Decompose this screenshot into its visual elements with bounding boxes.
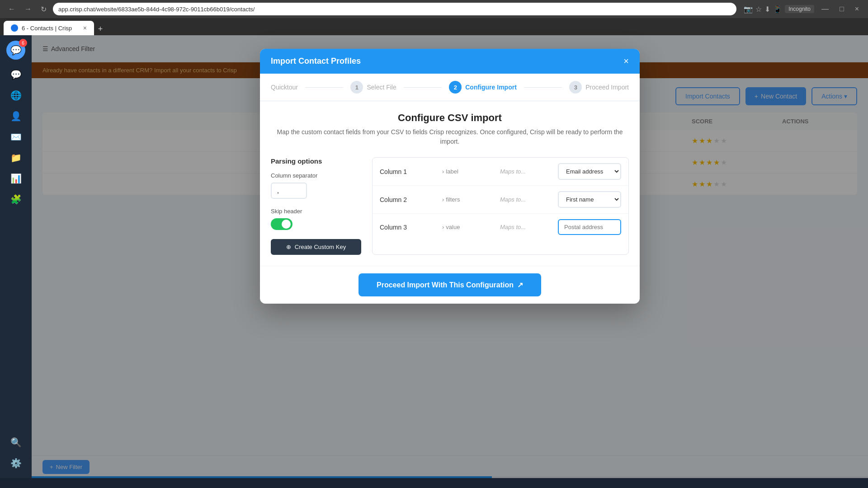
tab-close-icon[interactable]: × — [83, 24, 87, 32]
modal-stepper: Quicktour 1 Select File 2 Configure Impo… — [260, 74, 640, 101]
skip-header-label: Skip header — [271, 208, 361, 215]
parsing-options: Parsing options Column separator Skip he… — [271, 157, 361, 255]
column-1-name: Column 1 — [380, 168, 439, 175]
modal-title: Import Contact Profiles — [271, 56, 361, 66]
nav-forward-icon[interactable]: → — [22, 3, 34, 15]
parsing-title: Parsing options — [271, 157, 361, 165]
sidebar-item-send[interactable]: ✉️ — [6, 127, 25, 146]
column-3-mapping-input[interactable] — [558, 219, 621, 235]
chevron-icon: › — [442, 196, 444, 203]
quicktour-label: Quicktour — [271, 84, 298, 91]
sidebar-item-analytics[interactable]: 📊 — [6, 169, 25, 188]
sidebar-item-search[interactable]: 🔍 — [6, 433, 25, 452]
modal-footer: Proceed Import With This Configuration ↗ — [260, 266, 640, 304]
new-tab-button[interactable]: + — [94, 23, 107, 35]
maps-to-3: Maps to... — [500, 224, 554, 230]
step-1-label: Select File — [367, 84, 396, 91]
step-2-label: Configure Import — [465, 84, 517, 91]
skip-header-toggle[interactable] — [271, 218, 292, 230]
column-2-name: Column 2 — [380, 196, 439, 203]
mapping-row-3: Column 3 › value Maps to... — [373, 214, 628, 240]
column-separator-group: Column separator — [271, 172, 361, 199]
chevron-icon: › — [442, 168, 444, 175]
nav-back-icon[interactable]: ← — [5, 3, 18, 15]
nav-reload-icon[interactable]: ↻ — [38, 3, 49, 15]
skip-header-toggle-wrapper — [271, 218, 361, 230]
tab-favicon — [11, 24, 18, 32]
proceed-button[interactable]: Proceed Import With This Configuration ↗ — [359, 273, 541, 296]
step-select-file[interactable]: 1 Select File — [350, 81, 396, 94]
column-1-mapping[interactable]: Email address First name Last name Posta… — [558, 163, 621, 180]
column-mapping: Column 1 › label Maps to... Email addres… — [372, 157, 629, 255]
column-3-value: › value — [442, 224, 496, 230]
step-3-num: 3 — [569, 81, 582, 94]
main-content: ☰ Advanced Filter Already have contacts … — [32, 35, 868, 478]
sidebar-item-contacts[interactable]: 👤 — [6, 107, 25, 126]
address-bar[interactable]: app.crisp.chat/website/6833ae5b-844d-4c9… — [53, 3, 736, 15]
config-layout: Parsing options Column separator Skip he… — [271, 157, 629, 255]
step-configure-import[interactable]: 2 Configure Import — [449, 81, 517, 94]
modal-header: Import Contact Profiles × — [260, 49, 640, 74]
download-icon[interactable]: ⬇ — [764, 5, 770, 14]
sidebar-item-files[interactable]: 📁 — [6, 148, 25, 167]
step-1-num: 1 — [350, 81, 363, 94]
window-maximize[interactable]: □ — [836, 3, 848, 15]
maps-to-2: Maps to... — [500, 196, 554, 203]
app-container: 💬 6 💬 🌐 👤 ✉️ 📁 📊 🧩 🔍 ⚙️ ☰ Advanced Filte… — [0, 35, 868, 478]
section-desc: Map the custom contact fields from your … — [271, 127, 629, 146]
column-2-value: › filters — [442, 196, 496, 203]
step-divider-2 — [404, 87, 442, 88]
step-3-label: Proceed Import — [585, 84, 629, 91]
active-tab[interactable]: 6 - Contacts | Crisp × — [4, 21, 94, 35]
maps-to-1: Maps to... — [500, 168, 554, 175]
step-divider — [305, 87, 343, 88]
mapping-row-1: Column 1 › label Maps to... Email addres… — [373, 158, 628, 186]
create-custom-key-button[interactable]: ⊕ Create Custom Key — [271, 239, 361, 255]
plus-circle-icon: ⊕ — [286, 244, 291, 250]
chevron-icon: › — [442, 224, 444, 230]
sidebar-item-plugins[interactable]: 🧩 — [6, 190, 25, 209]
sidebar-item-chat[interactable]: 💬 — [6, 65, 25, 84]
column-3-name: Column 3 — [380, 224, 439, 231]
step-proceed-import[interactable]: 3 Proceed Import — [569, 81, 629, 94]
create-key-label: Create Custom Key — [295, 244, 346, 250]
star-icon[interactable]: ☆ — [755, 5, 762, 14]
sidebar-item-globe[interactable]: 🌐 — [6, 86, 25, 105]
column-separator-input[interactable] — [271, 183, 307, 199]
device-icon[interactable]: 📱 — [773, 5, 782, 14]
proceed-label: Proceed Import With This Configuration — [377, 281, 514, 289]
browser-chrome: ← → ↻ app.crisp.chat/website/6833ae5b-84… — [0, 0, 868, 35]
url-text: app.crisp.chat/website/6833ae5b-844d-4c9… — [58, 6, 255, 13]
window-minimize[interactable]: — — [818, 3, 832, 15]
sidebar-item-settings[interactable]: ⚙️ — [6, 454, 25, 473]
step-quicktour[interactable]: Quicktour — [271, 84, 298, 91]
import-modal: Import Contact Profiles × Quicktour 1 Se… — [260, 49, 640, 304]
modal-overlay: Import Contact Profiles × Quicktour 1 Se… — [32, 35, 868, 478]
modal-body: Configure CSV import Map the custom cont… — [260, 101, 640, 266]
step-2-num: 2 — [449, 81, 462, 94]
step-divider-3 — [524, 87, 562, 88]
notification-badge: 6 — [19, 39, 27, 47]
column-2-mapping[interactable]: First name Email address Last name Posta… — [558, 191, 621, 208]
tab-title: 6 - Contacts | Crisp — [22, 25, 72, 32]
proceed-icon: ↗ — [517, 281, 523, 289]
section-title: Configure CSV import — [271, 112, 629, 124]
skip-header-group: Skip header — [271, 208, 361, 230]
avatar[interactable]: 💬 6 — [6, 41, 25, 60]
sidebar: 💬 6 💬 🌐 👤 ✉️ 📁 📊 🧩 🔍 ⚙️ — [0, 35, 32, 478]
column-separator-label: Column separator — [271, 172, 361, 179]
window-close[interactable]: × — [851, 3, 863, 15]
mapping-row-2: Column 2 › filters Maps to... First name… — [373, 186, 628, 214]
modal-close-button[interactable]: × — [623, 56, 629, 66]
camera-off-icon: 📷 — [744, 5, 753, 14]
incognito-badge: Incognito — [785, 5, 814, 13]
column-1-value: › label — [442, 168, 496, 175]
